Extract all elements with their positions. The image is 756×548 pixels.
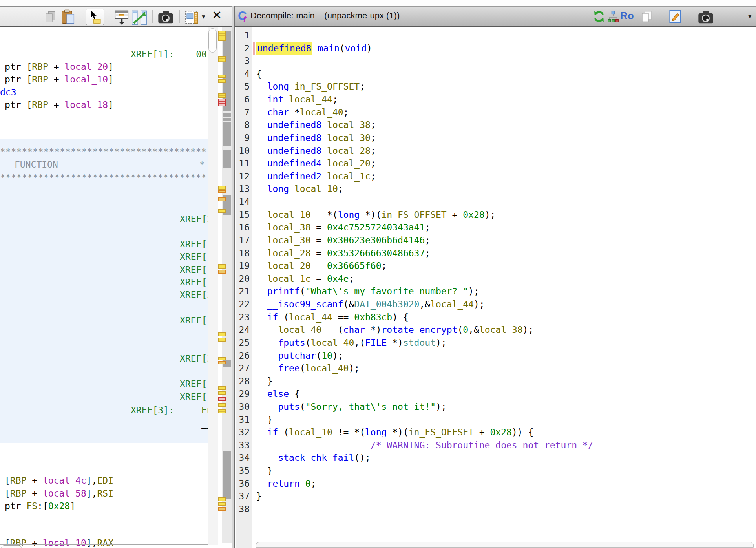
listing-row[interactable]: FUNCTION * (15, 158, 205, 171)
listing-row[interactable]: XREF[2 (180, 352, 209, 365)
graph-view-icon[interactable] (607, 11, 619, 24)
code-line-13[interactable]: 13 long local_10; (235, 183, 756, 195)
code-line-11[interactable]: 11 undefined4 local_20; (235, 157, 756, 170)
code-text[interactable]: if (local_10 != *(long *)(in_FS_OFFSET +… (256, 426, 533, 439)
change-marker[interactable] (218, 56, 226, 62)
code-line-33[interactable]: 33 /* WARNING: Subroutine does not retur… (235, 439, 756, 452)
code-line-2[interactable]: 2undefined8 main(void) (235, 42, 756, 55)
change-marker[interactable] (218, 338, 226, 342)
code-text[interactable]: undefined8 local_30; (256, 132, 376, 144)
change-marker[interactable] (218, 186, 226, 190)
code-text[interactable]: char *local_40; (256, 106, 349, 119)
listing-row[interactable]: XREF[1 (180, 238, 209, 251)
copy-icon[interactable] (641, 11, 653, 24)
code-text[interactable]: local_1c = 0x4e; (256, 272, 354, 285)
code-line-35[interactable]: 35 } (235, 464, 756, 477)
listing-row[interactable]: XREF[3]: En (131, 404, 209, 417)
code-text[interactable]: else { (256, 387, 300, 400)
code-line-38[interactable]: 38 (235, 503, 756, 516)
change-marker[interactable] (218, 93, 226, 98)
listing-row[interactable]: XREF[1 (180, 276, 209, 289)
code-line-28[interactable]: 28 } (235, 375, 756, 388)
change-marker[interactable] (218, 403, 226, 407)
code-line-34[interactable]: 34 __stack_chk_fail(); (235, 451, 756, 464)
change-marker[interactable] (218, 31, 226, 41)
code-line-14[interactable]: 14 (235, 195, 756, 208)
change-marker[interactable] (218, 361, 226, 364)
listing-row[interactable]: XREF[2 (180, 213, 209, 226)
code-text[interactable]: } (256, 413, 273, 426)
code-line-5[interactable]: 5 long in_FS_OFFSET; (235, 80, 756, 93)
selection-dropdown-icon[interactable]: ▾ (202, 13, 205, 21)
error-marker[interactable] (218, 99, 226, 106)
code-line-9[interactable]: 9 undefined8 local_30; (235, 132, 756, 144)
code-line-23[interactable]: 23 if (local_44 == 0xb83cb) { (235, 311, 756, 324)
code-line-16[interactable]: 16 local_38 = 0x4c75257240343a41; (235, 221, 756, 234)
error-marker[interactable] (218, 397, 226, 401)
listing-row[interactable]: dc3 (0, 86, 16, 99)
code-line-32[interactable]: 32 if (local_10 != *(long *)(in_FS_OFFSE… (235, 426, 756, 439)
panel-splitter[interactable] (232, 6, 235, 548)
code-line-37[interactable]: 37} (235, 490, 756, 503)
code-line-30[interactable]: 30 puts("Sorry, that\'s not it!"); (235, 400, 756, 413)
code-text[interactable]: undefined8 local_38; (256, 119, 376, 132)
change-marker[interactable] (218, 357, 226, 360)
listing-row[interactable]: XREF[1 (180, 314, 209, 327)
listing-row[interactable]: XREF[1 (180, 391, 209, 404)
code-line-31[interactable]: 31 } (235, 413, 756, 426)
listing-row[interactable]: ************************************** (0, 171, 206, 184)
code-line-29[interactable]: 29 else { (235, 387, 756, 400)
code-text[interactable]: int local_44; (256, 93, 338, 106)
change-marker[interactable] (218, 332, 226, 336)
listing-row[interactable]: XREF[1 (180, 378, 209, 391)
change-marker[interactable] (218, 386, 226, 390)
listing-row[interactable]: XREF[1]: 00 (131, 48, 207, 61)
code-text[interactable]: undefined8 local_28; (256, 144, 376, 157)
code-line-15[interactable]: 15 local_10 = *(long *)(in_FS_OFFSET + 0… (235, 208, 756, 221)
code-line-24[interactable]: 24 local_40 = (char *)rotate_encrypt(0,&… (235, 323, 756, 336)
rename-ro-icon[interactable]: Ro (620, 9, 634, 22)
code-line-8[interactable]: 8 undefined8 local_38; (235, 119, 756, 132)
change-marker[interactable] (218, 409, 226, 413)
diff-navigate-icon[interactable] (131, 10, 147, 27)
code-text[interactable]: { (256, 68, 262, 80)
listing-row[interactable]: [RBP + local_58],RSI (5, 487, 113, 500)
decompiler-hscrollbar[interactable] (256, 542, 754, 548)
code-text[interactable]: if (local_44 == 0xb83cb) { (256, 311, 409, 324)
change-marker[interactable] (218, 270, 226, 274)
code-text[interactable]: __stack_chk_fail(); (256, 451, 371, 464)
code-text[interactable]: local_40 = (char *)rotate_encrypt(0,&loc… (256, 323, 533, 336)
listing-hscrollbar-thumb[interactable] (1, 545, 22, 548)
code-text[interactable]: putchar(10); (256, 349, 343, 362)
code-text[interactable]: printf("What\'s my favorite number? "); (256, 285, 479, 298)
listing-row[interactable]: ptr [RBP + local_20] (5, 60, 113, 73)
code-text[interactable]: } (256, 375, 273, 388)
listing-vscrollbar-thumb[interactable] (208, 28, 217, 53)
code-line-27[interactable]: 27 free(local_40); (235, 362, 756, 375)
code-line-12[interactable]: 12 undefined2 local_1c; (235, 170, 756, 183)
code-line-7[interactable]: 7 char *local_40; (235, 106, 756, 119)
change-marker[interactable] (218, 79, 226, 83)
change-marker[interactable] (218, 391, 226, 395)
code-line-21[interactable]: 21 printf("What\'s my favorite number? "… (235, 285, 756, 298)
code-text[interactable]: local_30 = 0x30623e306b6d4146; (256, 234, 430, 247)
refresh-icon[interactable] (593, 10, 605, 25)
code-text[interactable]: undefined8 main(void) (256, 42, 372, 55)
code-line-17[interactable]: 17 local_30 = 0x30623e306b6d4146; (235, 234, 756, 247)
change-marker[interactable] (218, 507, 226, 511)
code-text[interactable]: return 0; (256, 477, 316, 490)
code-line-4[interactable]: 4{ (235, 68, 756, 80)
code-text[interactable]: } (256, 464, 273, 477)
paste-icon[interactable] (61, 9, 75, 26)
code-line-3[interactable]: 3 (235, 55, 756, 68)
listing-row[interactable]: ptr FS:[0x28] (5, 500, 75, 513)
overflow-menu-icon[interactable]: ▾ (748, 12, 752, 20)
close-icon[interactable]: ✕ (212, 9, 222, 22)
code-text[interactable]: local_28 = 0x3532666630486637; (256, 247, 430, 260)
code-line-36[interactable]: 36 return 0; (235, 477, 756, 490)
listing-panel[interactable]: XREF[1]: 00ptr [RBP + local_20]ptr [RBP … (0, 0, 209, 548)
change-marker[interactable] (218, 497, 226, 501)
change-marker[interactable] (218, 75, 226, 78)
snapshot-camera-icon[interactable] (158, 10, 173, 26)
copy-icon-disabled[interactable] (44, 11, 57, 24)
